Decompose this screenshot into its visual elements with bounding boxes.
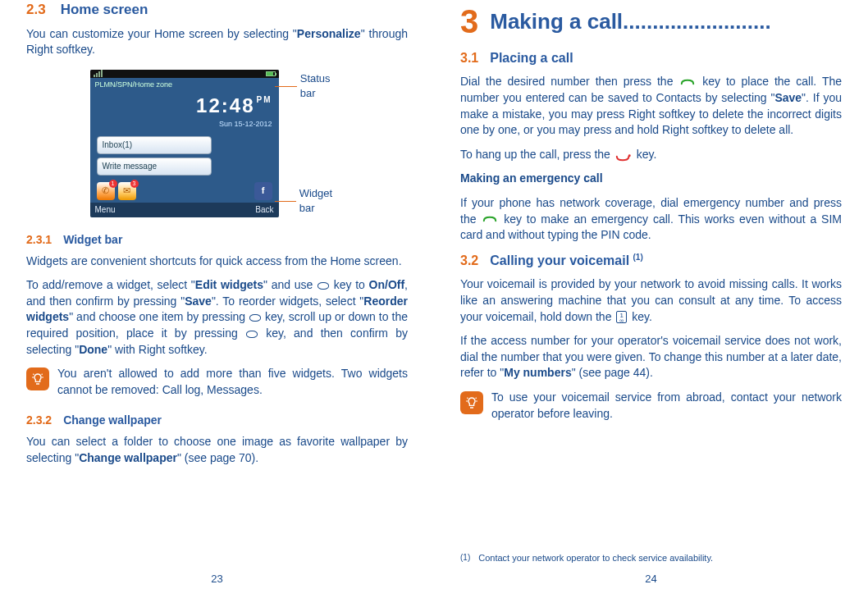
section-title: Placing a call bbox=[490, 49, 573, 67]
ok-key-icon bbox=[246, 331, 258, 338]
app-icon-2: ✉ 3 bbox=[118, 182, 136, 200]
section-number: 3.2 bbox=[460, 252, 478, 271]
personalize-bold: Personalize bbox=[297, 27, 361, 40]
send-key-icon bbox=[482, 215, 497, 224]
chapter-title: Making a call......................... bbox=[490, 7, 842, 36]
note-widget-limit: You aren't allowed to add more than five… bbox=[26, 366, 408, 398]
page-right: 3 Making a call.........................… bbox=[434, 0, 868, 598]
mail-icon: ✉ bbox=[123, 185, 130, 197]
voicemail-text-2: If the access number for your operator's… bbox=[460, 333, 842, 381]
ok-key-icon bbox=[249, 314, 261, 322]
facebook-icon: f bbox=[254, 182, 272, 200]
text: Dial the desired number then press the bbox=[460, 75, 678, 88]
text: key to bbox=[330, 278, 369, 291]
section-number: 3.1 bbox=[460, 49, 478, 67]
badge: 1 bbox=[109, 180, 117, 188]
text: key to make an emergency call. This work… bbox=[460, 212, 842, 242]
time-pm: PM bbox=[257, 94, 272, 106]
subsection-number: 2.3.1 bbox=[26, 232, 52, 249]
callout-label: Widget bar bbox=[299, 186, 345, 216]
text: You can customize your Home screen by se… bbox=[26, 27, 297, 40]
note-voicemail-abroad: To use your voicemail service from abroa… bbox=[460, 390, 842, 422]
subsection-number: 2.3.2 bbox=[26, 413, 52, 429]
note-text: To use your voicemail service from abroa… bbox=[491, 390, 842, 422]
write-message-widget: Write message bbox=[97, 157, 212, 176]
section-2-3-heading: 2.3 Home screen bbox=[26, 0, 408, 20]
bold: My numbers bbox=[504, 366, 571, 379]
time: 12:48 bbox=[196, 92, 254, 120]
text: " (see page 44). bbox=[572, 366, 653, 379]
ok-key-icon bbox=[318, 282, 329, 290]
phone-icon: ✆ bbox=[102, 185, 109, 197]
text: " and use bbox=[263, 278, 317, 291]
hangup-text: To hang up the call, press the key. bbox=[460, 147, 842, 163]
figure-home-screen: PLMN/SPN/Home zone 12:48PM Sun 15-12-201… bbox=[26, 70, 408, 217]
text: ". To reorder widgets, select " bbox=[212, 294, 363, 308]
end-key-icon bbox=[615, 151, 632, 160]
wallpaper-text: You can select a folder to choose one im… bbox=[26, 434, 408, 466]
chapter-number: 3 bbox=[460, 5, 478, 38]
status-bar bbox=[90, 70, 279, 78]
zone-label: PLMN/SPN/Home zone bbox=[90, 78, 279, 90]
page-left: 2.3 Home screen You can customize your H… bbox=[0, 0, 434, 598]
text: To add/remove a widget, select " bbox=[26, 278, 195, 291]
section-title: Home screen bbox=[61, 0, 148, 20]
footnote-text: Contact your network operator to check s… bbox=[478, 552, 713, 564]
date: Sun 15-12-2012 bbox=[196, 119, 272, 130]
footnote-1: (1) Contact your network operator to che… bbox=[460, 536, 842, 564]
page-number-right: 24 bbox=[460, 565, 842, 587]
bold: Edit widgets bbox=[195, 278, 263, 291]
clock-widget: 12:48PM Sun 15-12-2012 bbox=[196, 92, 272, 130]
widget-intro: Widgets are convenient shortcuts for qui… bbox=[26, 253, 408, 270]
bold: Save bbox=[774, 91, 802, 104]
widget-instructions: To add/remove a widget, select "Edit wid… bbox=[26, 277, 408, 358]
bold: Change wallpaper bbox=[79, 451, 177, 464]
tip-icon bbox=[26, 367, 49, 390]
bold: Save bbox=[185, 294, 212, 308]
phone-mock: PLMN/SPN/Home zone 12:48PM Sun 15-12-201… bbox=[90, 70, 279, 217]
send-key-icon bbox=[680, 78, 695, 87]
footnote-marker: (1) bbox=[633, 253, 643, 262]
home-screen-intro: You can customize your Home screen by se… bbox=[26, 26, 408, 58]
key-1-voicemail-icon: 1 bbox=[616, 311, 627, 323]
signal-icon bbox=[94, 70, 103, 77]
text: " (see page 70). bbox=[177, 451, 258, 464]
inbox-widget: Inbox(1) bbox=[97, 136, 212, 154]
bold: Done bbox=[79, 343, 107, 356]
callout-status-bar: Status bar bbox=[275, 71, 345, 101]
emergency-text: If your phone has network coverage, dial… bbox=[460, 195, 842, 244]
text: " with Right softkey. bbox=[107, 343, 207, 356]
section-3-2-heading: 3.2 Calling your voicemail (1) bbox=[460, 252, 842, 271]
svg-point-0 bbox=[628, 154, 631, 157]
section-2-3-2-heading: 2.3.2 Change wallpaper bbox=[26, 413, 408, 429]
voicemail-text-1: Your voicemail is provided by your netwo… bbox=[460, 276, 842, 325]
text: key. bbox=[628, 310, 652, 323]
softkey-menu: Menu bbox=[95, 204, 116, 216]
placing-call-text: Dial the desired number then press the k… bbox=[460, 74, 842, 138]
section-3-1-heading: 3.1 Placing a call bbox=[460, 49, 842, 67]
callout-widget-bar: Widget bar bbox=[275, 186, 345, 216]
tip-icon bbox=[460, 391, 483, 414]
footnote-marker: (1) bbox=[460, 552, 470, 564]
text: Calling your voicemail bbox=[490, 253, 633, 267]
widget-bar: ✆ 1 ✉ 3 f bbox=[90, 179, 279, 203]
softkey-back: Back bbox=[255, 204, 273, 216]
callout-label: Status bar bbox=[300, 71, 345, 101]
page-number-left: 23 bbox=[26, 565, 408, 587]
section-title: Calling your voicemail (1) bbox=[490, 252, 643, 271]
section-2-3-1-heading: 2.3.1 Widget bar bbox=[26, 232, 408, 249]
text: key. bbox=[633, 148, 657, 161]
subsection-title: Widget bar bbox=[63, 232, 122, 249]
section-number: 2.3 bbox=[26, 0, 46, 20]
emergency-heading: Making an emergency call bbox=[460, 171, 842, 187]
text: " and choose one item by pressing bbox=[69, 310, 249, 323]
chapter-3-heading: 3 Making a call......................... bbox=[460, 5, 842, 38]
bold: Making an emergency call bbox=[460, 171, 603, 185]
note-text: You aren't allowed to add more than five… bbox=[57, 366, 408, 398]
badge: 3 bbox=[130, 180, 139, 188]
subsection-title: Change wallpaper bbox=[63, 413, 162, 429]
bold: On/Off bbox=[369, 278, 405, 291]
text: To hang up the call, press the bbox=[460, 148, 614, 161]
app-icon-1: ✆ 1 bbox=[97, 182, 115, 200]
